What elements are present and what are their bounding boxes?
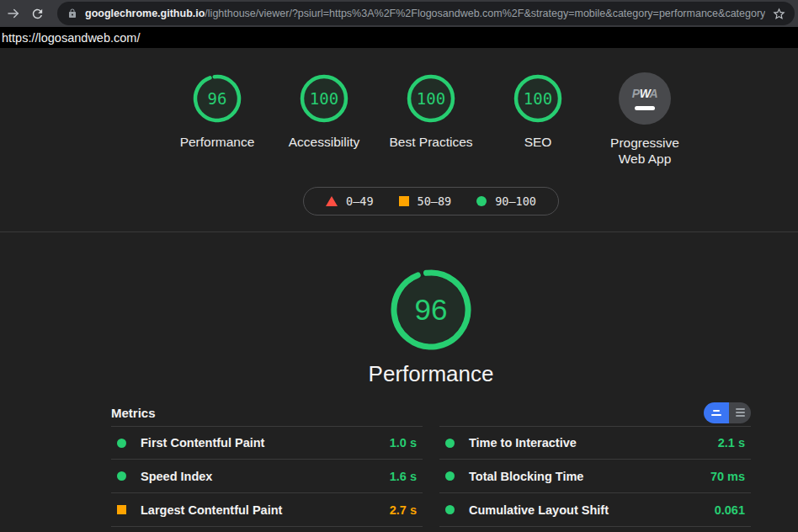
metric-row-lcp: Largest Contentful Paint 2.7 s	[111, 493, 423, 527]
metric-value: 70 ms	[710, 470, 745, 483]
metric-row-tbt: Total Blocking Time 70 ms	[439, 460, 751, 493]
metric-row-fcp: First Contentful Paint 1.0 s	[111, 426, 423, 460]
toggle-expanded-view-button[interactable]	[729, 402, 751, 423]
score-gauge-accessibility[interactable]: 100 Accessibility	[271, 73, 378, 167]
metric-value: 1.6 s	[390, 470, 417, 483]
pass-circle-icon	[117, 439, 126, 448]
performance-category-gauge: 96	[389, 268, 473, 352]
metric-value: 2.1 s	[718, 436, 745, 450]
metrics-columns: First Contentful Paint 1.0 s Speed Index…	[111, 426, 751, 527]
metric-value: 2.7 s	[390, 503, 417, 517]
pass-circle-icon	[117, 471, 126, 481]
legend-item-average: 50–89	[399, 194, 452, 208]
pwa-dash-icon	[635, 106, 655, 110]
metric-value: 0.061	[715, 503, 745, 517]
score-gauge-seo[interactable]: 100 SEO	[485, 73, 592, 167]
pass-circle-icon	[445, 505, 455, 514]
scores-row: 96 Performance 100 Accessibility	[111, 48, 751, 167]
metric-name: Total Blocking Time	[469, 470, 583, 483]
toggle-collapsed-view-button[interactable]	[704, 402, 729, 423]
metric-value: 1.0 s	[390, 436, 417, 450]
pass-circle-icon	[445, 471, 455, 481]
forward-icon	[6, 6, 21, 21]
lock-icon	[67, 8, 77, 19]
average-square-icon	[117, 505, 126, 514]
reload-icon	[30, 7, 45, 21]
metrics-column-left: First Contentful Paint 1.0 s Speed Index…	[111, 426, 423, 527]
gauge-score-value: 100	[406, 73, 456, 124]
gauge-score-value: 100	[299, 73, 349, 124]
bookmark-star-icon[interactable]	[772, 7, 786, 21]
expanded-lines-icon	[736, 408, 745, 410]
gauge-label: Accessibility	[271, 134, 378, 150]
metrics-section: Metrics First	[111, 402, 751, 527]
legend-item-pass: 90–100	[476, 194, 536, 208]
metric-row-speed-index: Speed Index 1.6 s	[111, 460, 423, 493]
category-title: Performance	[111, 361, 751, 387]
score-gauge-best-practices[interactable]: 100 Best Practices	[378, 73, 485, 167]
url-path: /lighthouse/viewer/?psiurl=https%3A%2F%2…	[205, 8, 765, 19]
metrics-view-toggle[interactable]	[704, 402, 751, 423]
metric-row-cls: Cumulative Layout Shift 0.061	[439, 493, 751, 527]
metric-name: Cumulative Layout Shift	[469, 503, 609, 517]
pwa-logo: PWA	[632, 87, 657, 100]
url-domain: googlechrome.github.io	[85, 8, 205, 19]
tested-page-url: https://logosandweb.com/	[2, 31, 140, 45]
metric-name: Time to Interactive	[469, 436, 577, 450]
gauge-label: SEO	[485, 134, 592, 150]
legend-range: 0–49	[346, 194, 374, 208]
report-url-bar: https://logosandweb.com/	[0, 27, 798, 48]
browser-toolbar: googlechrome.github.io/lighthouse/viewer…	[0, 0, 798, 27]
gauge-label: Best Practices	[378, 134, 485, 150]
gauge-label: Performance	[164, 134, 271, 150]
score-badge-pwa[interactable]: PWA Progressive Web App	[592, 73, 699, 167]
address-bar[interactable]: googlechrome.github.io/lighthouse/viewer…	[57, 2, 795, 25]
metric-row-tti: Time to Interactive 2.1 s	[439, 426, 751, 460]
fail-triangle-icon	[326, 196, 338, 206]
pwa-badge-icon: PWA	[619, 72, 671, 125]
average-square-icon	[399, 196, 409, 206]
pass-circle-icon	[445, 439, 455, 448]
metric-name: Largest Contentful Paint	[141, 503, 282, 517]
metric-name: First Contentful Paint	[141, 436, 264, 450]
score-legend: 0–49 50–89 90–100	[303, 187, 559, 215]
pass-circle-icon	[476, 196, 487, 206]
legend-range: 50–89	[418, 194, 452, 208]
gauge-score-value: 100	[513, 73, 563, 124]
metrics-column-right: Time to Interactive 2.1 s Total Blocking…	[439, 426, 751, 527]
lighthouse-report: 96 Performance 100 Accessibility	[0, 48, 798, 527]
metrics-heading: Metrics	[111, 406, 156, 420]
category-score-value: 96	[389, 268, 473, 352]
url-text: googlechrome.github.io/lighthouse/viewer…	[85, 8, 765, 19]
legend-range: 90–100	[495, 194, 536, 208]
collapsed-lines-icon	[713, 410, 720, 412]
metric-name: Speed Index	[141, 470, 212, 483]
gauge-score-value: 96	[192, 73, 242, 124]
reload-button[interactable]	[25, 2, 49, 25]
legend-item-fail: 0–49	[326, 194, 374, 208]
score-gauge-performance[interactable]: 96 Performance	[164, 73, 271, 167]
forward-button[interactable]	[2, 2, 25, 25]
gauge-label: Progressive Web App	[601, 135, 689, 167]
